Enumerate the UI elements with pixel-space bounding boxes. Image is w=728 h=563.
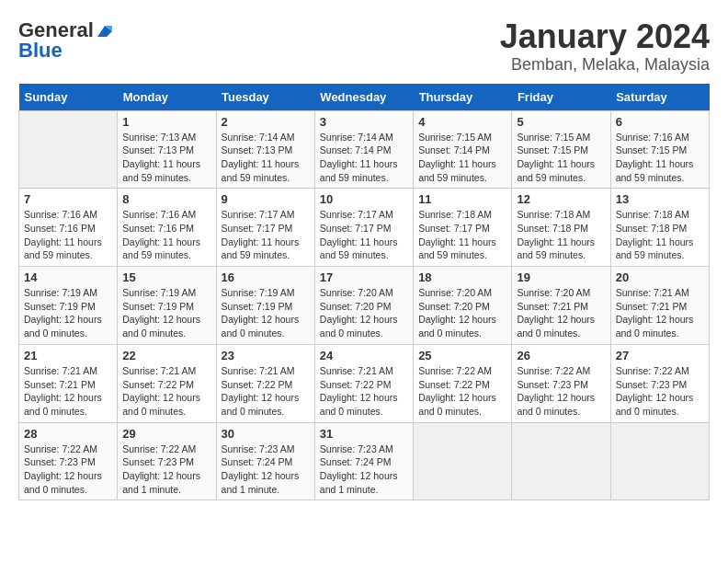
day-info: Sunrise: 7:17 AM Sunset: 7:17 PM Dayligh…	[222, 208, 310, 262]
calendar-week-4: 21Sunrise: 7:21 AM Sunset: 7:21 PM Dayli…	[19, 344, 710, 422]
day-info: Sunrise: 7:16 AM Sunset: 7:15 PM Dayligh…	[616, 131, 704, 185]
day-number: 25	[418, 349, 506, 362]
header-thursday: Thursday	[414, 84, 512, 111]
day-info: Sunrise: 7:19 AM Sunset: 7:19 PM Dayligh…	[122, 286, 210, 340]
header-saturday: Saturday	[610, 84, 709, 111]
calendar-day: 6Sunrise: 7:16 AM Sunset: 7:15 PM Daylig…	[610, 110, 709, 189]
day-info: Sunrise: 7:15 AM Sunset: 7:15 PM Dayligh…	[517, 131, 605, 185]
day-info: Sunrise: 7:21 AM Sunset: 7:22 PM Dayligh…	[320, 364, 408, 419]
page-header: General Blue January 2024 Bemban, Melaka…	[18, 18, 710, 75]
calendar-week-3: 14Sunrise: 7:19 AM Sunset: 7:19 PM Dayli…	[19, 267, 710, 345]
calendar-day: 11Sunrise: 7:18 AM Sunset: 7:17 PM Dayli…	[414, 189, 512, 267]
calendar-week-5: 28Sunrise: 7:22 AM Sunset: 7:23 PM Dayli…	[19, 422, 710, 500]
calendar-week-2: 7Sunrise: 7:16 AM Sunset: 7:16 PM Daylig…	[19, 189, 710, 267]
page-title: January 2024	[500, 18, 710, 55]
logo-bird-icon	[96, 22, 112, 39]
calendar-day: 21Sunrise: 7:21 AM Sunset: 7:21 PM Dayli…	[19, 344, 118, 422]
day-info: Sunrise: 7:16 AM Sunset: 7:16 PM Dayligh…	[122, 208, 210, 262]
calendar-day	[414, 422, 512, 500]
calendar-day: 3Sunrise: 7:14 AM Sunset: 7:14 PM Daylig…	[314, 110, 413, 189]
calendar-day: 2Sunrise: 7:14 AM Sunset: 7:13 PM Daylig…	[216, 110, 314, 189]
calendar-day: 28Sunrise: 7:22 AM Sunset: 7:23 PM Dayli…	[19, 422, 118, 500]
day-info: Sunrise: 7:15 AM Sunset: 7:14 PM Dayligh…	[418, 131, 506, 185]
calendar-table: SundayMondayTuesdayWednesdayThursdayFrid…	[18, 84, 710, 501]
calendar-day: 24Sunrise: 7:21 AM Sunset: 7:22 PM Dayli…	[314, 344, 413, 422]
logo: General Blue	[18, 18, 112, 63]
calendar-day: 1Sunrise: 7:13 AM Sunset: 7:13 PM Daylig…	[118, 110, 216, 189]
day-info: Sunrise: 7:21 AM Sunset: 7:21 PM Dayligh…	[24, 364, 112, 419]
day-number: 17	[320, 270, 408, 284]
calendar-day: 30Sunrise: 7:23 AM Sunset: 7:24 PM Dayli…	[216, 422, 314, 500]
calendar-day	[512, 422, 610, 500]
day-number: 19	[517, 270, 605, 284]
calendar-day: 27Sunrise: 7:22 AM Sunset: 7:23 PM Dayli…	[610, 344, 709, 422]
header-monday: Monday	[118, 84, 216, 111]
day-info: Sunrise: 7:22 AM Sunset: 7:23 PM Dayligh…	[517, 364, 605, 419]
day-info: Sunrise: 7:22 AM Sunset: 7:23 PM Dayligh…	[122, 442, 210, 497]
calendar-day: 7Sunrise: 7:16 AM Sunset: 7:16 PM Daylig…	[19, 189, 118, 267]
day-info: Sunrise: 7:21 AM Sunset: 7:22 PM Dayligh…	[122, 364, 210, 419]
calendar-day: 4Sunrise: 7:15 AM Sunset: 7:14 PM Daylig…	[414, 110, 512, 189]
day-number: 7	[24, 192, 112, 206]
calendar-day: 8Sunrise: 7:16 AM Sunset: 7:16 PM Daylig…	[118, 189, 216, 267]
calendar-day: 13Sunrise: 7:18 AM Sunset: 7:18 PM Dayli…	[610, 189, 709, 267]
day-number: 10	[320, 192, 408, 206]
day-info: Sunrise: 7:18 AM Sunset: 7:17 PM Dayligh…	[418, 208, 506, 262]
calendar-day: 18Sunrise: 7:20 AM Sunset: 7:20 PM Dayli…	[414, 267, 512, 345]
calendar-day: 5Sunrise: 7:15 AM Sunset: 7:15 PM Daylig…	[512, 110, 610, 189]
day-number: 3	[320, 115, 408, 129]
day-number: 14	[24, 270, 112, 284]
calendar-day	[19, 110, 118, 189]
calendar-day: 23Sunrise: 7:21 AM Sunset: 7:22 PM Dayli…	[216, 344, 314, 422]
day-number: 12	[517, 192, 605, 206]
logo-blue: Blue	[18, 39, 63, 63]
day-info: Sunrise: 7:20 AM Sunset: 7:20 PM Dayligh…	[320, 286, 408, 340]
day-number: 27	[616, 349, 704, 362]
day-number: 18	[418, 270, 506, 284]
calendar-day: 29Sunrise: 7:22 AM Sunset: 7:23 PM Dayli…	[118, 422, 216, 500]
calendar-day: 22Sunrise: 7:21 AM Sunset: 7:22 PM Dayli…	[118, 344, 216, 422]
day-number: 21	[24, 349, 112, 362]
day-number: 28	[24, 427, 112, 441]
calendar-day: 31Sunrise: 7:23 AM Sunset: 7:24 PM Dayli…	[314, 422, 413, 500]
day-number: 4	[418, 115, 506, 129]
day-number: 9	[222, 192, 310, 206]
day-info: Sunrise: 7:19 AM Sunset: 7:19 PM Dayligh…	[222, 286, 310, 340]
header-tuesday: Tuesday	[216, 84, 314, 111]
day-info: Sunrise: 7:21 AM Sunset: 7:22 PM Dayligh…	[222, 364, 310, 419]
day-number: 20	[616, 270, 704, 284]
day-info: Sunrise: 7:21 AM Sunset: 7:21 PM Dayligh…	[616, 286, 704, 340]
day-info: Sunrise: 7:16 AM Sunset: 7:16 PM Dayligh…	[24, 208, 112, 262]
day-info: Sunrise: 7:23 AM Sunset: 7:24 PM Dayligh…	[222, 442, 310, 497]
day-info: Sunrise: 7:20 AM Sunset: 7:21 PM Dayligh…	[517, 286, 605, 340]
day-info: Sunrise: 7:18 AM Sunset: 7:18 PM Dayligh…	[517, 208, 605, 262]
day-number: 22	[122, 349, 210, 362]
day-info: Sunrise: 7:13 AM Sunset: 7:13 PM Dayligh…	[122, 131, 210, 185]
day-number: 31	[320, 427, 408, 441]
calendar-header-row: SundayMondayTuesdayWednesdayThursdayFrid…	[19, 84, 710, 111]
calendar-day: 16Sunrise: 7:19 AM Sunset: 7:19 PM Dayli…	[216, 267, 314, 345]
day-number: 2	[222, 115, 310, 129]
day-info: Sunrise: 7:22 AM Sunset: 7:22 PM Dayligh…	[418, 364, 506, 419]
page-subtitle: Bemban, Melaka, Malaysia	[500, 55, 710, 75]
header-wednesday: Wednesday	[314, 84, 413, 111]
calendar-day: 20Sunrise: 7:21 AM Sunset: 7:21 PM Dayli…	[610, 267, 709, 345]
calendar-day: 15Sunrise: 7:19 AM Sunset: 7:19 PM Dayli…	[118, 267, 216, 345]
calendar-day: 19Sunrise: 7:20 AM Sunset: 7:21 PM Dayli…	[512, 267, 610, 345]
calendar-day: 26Sunrise: 7:22 AM Sunset: 7:23 PM Dayli…	[512, 344, 610, 422]
day-info: Sunrise: 7:22 AM Sunset: 7:23 PM Dayligh…	[616, 364, 704, 419]
day-number: 6	[616, 115, 704, 129]
day-info: Sunrise: 7:23 AM Sunset: 7:24 PM Dayligh…	[320, 442, 408, 497]
calendar-day: 14Sunrise: 7:19 AM Sunset: 7:19 PM Dayli…	[19, 267, 118, 345]
calendar-day: 12Sunrise: 7:18 AM Sunset: 7:18 PM Dayli…	[512, 189, 610, 267]
day-number: 29	[122, 427, 210, 441]
day-info: Sunrise: 7:14 AM Sunset: 7:14 PM Dayligh…	[320, 131, 408, 185]
day-number: 5	[517, 115, 605, 129]
day-number: 30	[222, 427, 310, 441]
day-number: 23	[222, 349, 310, 362]
day-info: Sunrise: 7:20 AM Sunset: 7:20 PM Dayligh…	[418, 286, 506, 340]
day-info: Sunrise: 7:18 AM Sunset: 7:18 PM Dayligh…	[616, 208, 704, 262]
title-area: January 2024 Bemban, Melaka, Malaysia	[500, 18, 710, 75]
calendar-day: 9Sunrise: 7:17 AM Sunset: 7:17 PM Daylig…	[216, 189, 314, 267]
day-number: 16	[222, 270, 310, 284]
